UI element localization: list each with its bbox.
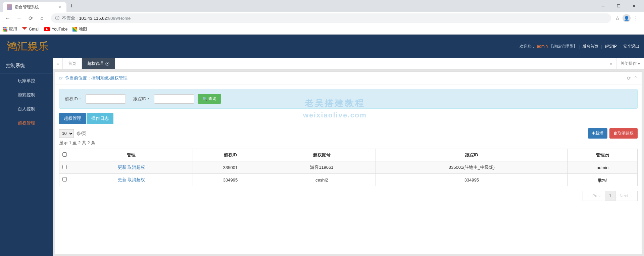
table-controls: 10 条/页 ✚新增 🗑取消超权 bbox=[59, 128, 638, 139]
cell-super-id: 334995 bbox=[193, 174, 268, 186]
breadcrumb-bar: ☞ 你当前位置：控制系统-超权管理 ⟳ ⌃ bbox=[55, 72, 642, 85]
tab-home[interactable]: 首页 bbox=[63, 58, 82, 69]
track-id-label: 跟踪ID： bbox=[133, 96, 151, 102]
home-button[interactable]: ⌂ bbox=[37, 13, 47, 23]
search-button[interactable]: 🔍查询 bbox=[198, 94, 221, 104]
page-size-label: 条/页 bbox=[77, 131, 87, 136]
page-size-select[interactable]: 10 bbox=[59, 129, 74, 138]
cancel-super-button[interactable]: 🗑取消超权 bbox=[609, 128, 638, 139]
table-row: 更新 取消超权 335001 游客119661 335001(斗地主_中级场) … bbox=[59, 161, 638, 174]
sidebar: 控制系统 玩家单控 游戏控制 百人控制 超权管理 bbox=[0, 58, 53, 256]
sidebar-title: 控制系统 bbox=[0, 58, 53, 74]
browser-chrome: 后台管理系统 × + ─ ☐ ✕ ← → ⟳ ⌂ ⓘ 不安全 | 101.43.… bbox=[0, 0, 644, 35]
url-field[interactable]: ⓘ 不安全 | 101.43.115.62:8099/Home bbox=[51, 13, 611, 23]
subtab-super-manage[interactable]: 超权管理 bbox=[59, 113, 86, 124]
cell-track: 335001(斗地主_中级场) bbox=[376, 161, 568, 174]
col-account: 超权账号 bbox=[268, 149, 376, 161]
hand-point-icon: ☞ bbox=[59, 76, 63, 81]
update-link[interactable]: 更新 bbox=[118, 165, 127, 170]
content-panel: ☞ 你当前位置：控制系统-超权管理 ⟳ ⌃ 超权ID： 跟踪ID： 🔍查询 超权… bbox=[55, 71, 642, 254]
collapse-icon[interactable]: ⌃ bbox=[634, 75, 638, 81]
address-bar: ← → ⟳ ⌂ ⓘ 不安全 | 101.43.115.62:8099/Home … bbox=[0, 12, 644, 24]
add-button[interactable]: ✚新增 bbox=[588, 128, 607, 139]
logout-link[interactable]: 安全退出 bbox=[622, 43, 641, 50]
cell-admin: admin bbox=[568, 161, 638, 174]
table-info: 显示 1 至 2 共 2 条 bbox=[59, 140, 638, 146]
bookmark-maps[interactable]: 地图 bbox=[72, 26, 87, 32]
table-row: 更新 取消超权 334995 ceshi2 334995 fjlzwl bbox=[59, 174, 638, 186]
tab-scroll-left-icon[interactable]: « bbox=[53, 58, 63, 69]
close-operations-dropdown[interactable]: 关闭操作 ▾ bbox=[616, 58, 644, 69]
search-icon: 🔍 bbox=[202, 97, 207, 101]
breadcrumb: ☞ 你当前位置：控制系统-超权管理 bbox=[59, 75, 128, 81]
bookmark-star-icon[interactable]: ☆ bbox=[615, 15, 620, 21]
home-link[interactable]: 后台首页 bbox=[581, 43, 600, 50]
reload-button[interactable]: ⟳ bbox=[26, 13, 36, 23]
window-controls: ─ ☐ ✕ bbox=[598, 4, 641, 8]
bookmark-youtube[interactable]: YouTube bbox=[44, 27, 67, 32]
super-id-input[interactable] bbox=[86, 94, 126, 104]
url-path: :8099/Home bbox=[107, 16, 131, 21]
url-host: 101.43.115.62 bbox=[79, 16, 107, 21]
admin-role: 【超级管理员】 bbox=[549, 44, 577, 49]
page-1-button[interactable]: 1 bbox=[605, 191, 616, 201]
data-table: 管理 超权ID 超权账号 跟踪ID 管理员 更新 取消超权 335 bbox=[59, 149, 638, 186]
menu-icon[interactable]: ⋮ bbox=[633, 15, 639, 21]
track-id-input[interactable] bbox=[154, 94, 194, 104]
update-link[interactable]: 更新 bbox=[118, 177, 127, 182]
maximize-button[interactable]: ☐ bbox=[614, 4, 623, 8]
cell-super-id: 335001 bbox=[193, 161, 268, 174]
insecure-label: 不安全 bbox=[62, 15, 75, 21]
tab-close-icon[interactable]: × bbox=[57, 4, 62, 10]
forward-button[interactable]: → bbox=[14, 13, 24, 23]
info-icon: ⓘ bbox=[55, 15, 59, 21]
tab-scroll-right-icon[interactable]: » bbox=[606, 58, 616, 69]
favicon bbox=[7, 4, 12, 10]
col-admin: 管理员 bbox=[568, 149, 638, 161]
row-checkbox[interactable] bbox=[62, 165, 67, 169]
map-icon bbox=[72, 27, 77, 32]
admin-name: admin bbox=[537, 44, 548, 49]
profile-avatar[interactable]: 👤 bbox=[623, 14, 631, 22]
tab-bar: 后台管理系统 × + ─ ☐ ✕ bbox=[0, 0, 644, 12]
close-window-button[interactable]: ✕ bbox=[629, 4, 639, 8]
sidebar-item-hundred-control[interactable]: 百人控制 bbox=[0, 102, 53, 116]
sidebar-item-player-control[interactable]: 玩家单控 bbox=[0, 74, 53, 88]
col-track-id: 跟踪ID bbox=[376, 149, 568, 161]
minimize-button[interactable]: ─ bbox=[598, 4, 608, 8]
super-id-label: 超权ID： bbox=[65, 96, 82, 102]
logo: 鸿汇娱乐 bbox=[3, 36, 52, 56]
bind-ip-link[interactable]: 绑定IP bbox=[604, 43, 618, 50]
apps-shortcut[interactable]: 应用 bbox=[3, 26, 17, 32]
select-all-checkbox[interactable] bbox=[62, 152, 67, 157]
app-header: 鸿汇娱乐 欢迎您， admin 【超级管理员】 | 后台首页 | 绑定IP | … bbox=[0, 35, 644, 58]
refresh-icon[interactable]: ⟳ bbox=[627, 75, 631, 81]
prev-button[interactable]: ← Prev bbox=[583, 191, 605, 201]
apps-grid-icon bbox=[3, 27, 7, 32]
sidebar-item-game-control[interactable]: 游戏控制 bbox=[0, 88, 53, 102]
bookmark-gmail[interactable]: Gmail bbox=[22, 27, 39, 32]
header-right: 欢迎您， admin 【超级管理员】 | 后台首页 | 绑定IP | 安全退出 bbox=[519, 43, 641, 50]
cell-admin: fjlzwl bbox=[568, 174, 638, 186]
youtube-icon bbox=[44, 27, 50, 31]
bookmark-bar: 应用 Gmail YouTube 地图 bbox=[0, 24, 644, 34]
chevron-down-icon: ▾ bbox=[638, 61, 640, 66]
row-checkbox[interactable] bbox=[62, 177, 67, 182]
cell-account: ceshi2 bbox=[268, 174, 376, 186]
cell-track: 334995 bbox=[376, 174, 568, 186]
tab-super-manage[interactable]: 超权管理 ✕ bbox=[82, 58, 115, 69]
next-button[interactable]: Next → bbox=[615, 191, 638, 201]
subtab-op-log[interactable]: 操作日志 bbox=[87, 113, 113, 124]
new-tab-button[interactable]: + bbox=[66, 3, 77, 10]
sidebar-item-super-manage[interactable]: 超权管理 bbox=[0, 116, 53, 130]
content-area: « 首页 超权管理 ✕ » 关闭操作 ▾ ☞ 你当前位置：控制系统-超权管理 bbox=[53, 58, 644, 256]
cell-account: 游客119661 bbox=[268, 161, 376, 174]
col-super-id: 超权ID bbox=[193, 149, 268, 161]
cancel-link[interactable]: 取消超权 bbox=[128, 177, 145, 182]
browser-tab[interactable]: 后台管理系统 × bbox=[3, 2, 66, 12]
tab-close-icon[interactable]: ✕ bbox=[105, 62, 109, 66]
main-layout: 控制系统 玩家单控 游戏控制 百人控制 超权管理 « 首页 超权管理 ✕ » 关… bbox=[0, 58, 644, 256]
cancel-link[interactable]: 取消超权 bbox=[128, 165, 145, 170]
back-button[interactable]: ← bbox=[3, 13, 13, 23]
sub-tabs: 超权管理 操作日志 bbox=[59, 113, 638, 124]
